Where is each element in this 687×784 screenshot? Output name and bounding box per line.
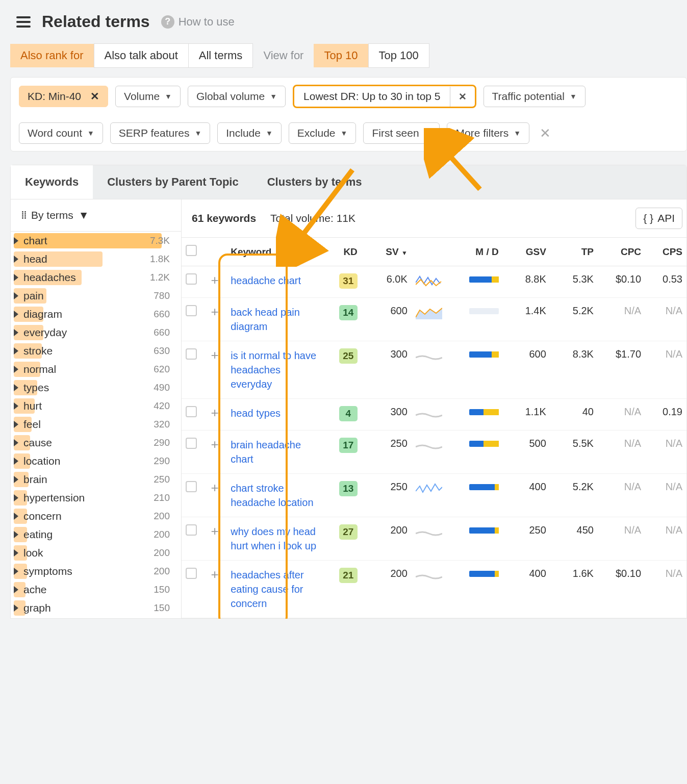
sv-value: 250: [362, 474, 412, 517]
row-checkbox[interactable]: [186, 481, 197, 492]
term-label: concern: [23, 510, 62, 522]
close-icon[interactable]: ✕: [86, 90, 99, 103]
add-icon[interactable]: +: [208, 481, 221, 494]
row-checkbox[interactable]: [186, 305, 197, 316]
gsv-value: 8.8K: [503, 266, 550, 298]
filter-lowest-dr[interactable]: Lowest DR: Up to 30 in top 5 ✕: [293, 85, 476, 108]
sidebar-term-item[interactable]: head1.8K: [11, 250, 181, 268]
term-label: pain: [23, 290, 44, 302]
add-icon[interactable]: +: [208, 438, 221, 451]
tab-all-terms[interactable]: All terms: [189, 43, 253, 68]
add-icon[interactable]: +: [208, 305, 221, 318]
md-bar: [469, 308, 499, 314]
keyword-link[interactable]: back head pain diagram: [231, 307, 300, 332]
term-label: ache: [23, 584, 47, 596]
sidebar-term-item[interactable]: eating200: [11, 525, 181, 544]
sidebar-term-item[interactable]: diagram660: [11, 305, 181, 323]
close-icon[interactable]: ✕: [450, 87, 475, 107]
subtab-keywords[interactable]: Keywords: [11, 165, 93, 199]
add-icon[interactable]: +: [208, 348, 221, 362]
tp-value: 5.2K: [550, 298, 598, 341]
clear-filters-icon[interactable]: ✕: [537, 125, 554, 141]
sidebar-term-item[interactable]: chart7.3K: [11, 232, 181, 250]
col-sv[interactable]: SV ▼: [362, 238, 412, 266]
sidebar-term-item[interactable]: ache150: [11, 580, 181, 599]
subtab-clusters-terms[interactable]: Clusters by terms: [253, 165, 376, 199]
row-checkbox[interactable]: [186, 273, 197, 285]
sidebar-term-item[interactable]: location290: [11, 452, 181, 470]
keyword-link[interactable]: headaches after eating cause for concern: [231, 569, 303, 609]
row-checkbox[interactable]: [186, 406, 197, 417]
filter-volume[interactable]: Volume ▼: [115, 86, 181, 107]
add-icon[interactable]: +: [208, 568, 221, 581]
sidebar-term-item[interactable]: normal620: [11, 360, 181, 378]
keyword-link[interactable]: chart stroke headache location: [231, 483, 313, 508]
sidebar-term-item[interactable]: brain250: [11, 470, 181, 489]
sidebar-term-item[interactable]: graph150: [11, 599, 181, 617]
col-gsv[interactable]: GSV: [503, 238, 550, 266]
keyword-link[interactable]: brain headache chart: [231, 439, 301, 465]
keyword-link[interactable]: is it normal to have headaches everyday: [231, 350, 316, 390]
sparkline-icon: [412, 517, 455, 561]
add-icon[interactable]: +: [208, 273, 221, 287]
chevron-right-icon: [14, 604, 18, 612]
chevron-right-icon: [14, 476, 18, 483]
tab-also-rank-for[interactable]: Also rank for: [10, 44, 94, 67]
filter-more-filters[interactable]: More filters ▼: [447, 122, 529, 144]
row-checkbox[interactable]: [186, 438, 197, 449]
cpc-value: $1.70: [598, 341, 645, 399]
table-row: +why does my head hurt when i look up272…: [182, 517, 686, 561]
sidebar-term-item[interactable]: pain780: [11, 287, 181, 305]
sidebar-term-item[interactable]: types490: [11, 378, 181, 397]
sidebar-term-item[interactable]: look200: [11, 544, 181, 562]
filter-include-label: Include: [226, 127, 261, 139]
tab-also-talk-about[interactable]: Also talk about: [94, 43, 189, 68]
filter-traffic-potential[interactable]: Traffic potential ▼: [484, 86, 586, 107]
filter-exclude[interactable]: Exclude ▼: [289, 122, 357, 144]
how-to-use-link[interactable]: ? How to use: [161, 15, 235, 29]
help-icon: ?: [161, 15, 174, 29]
term-label: everyday: [23, 326, 67, 339]
row-checkbox[interactable]: [186, 524, 197, 536]
chevron-right-icon: [14, 347, 18, 355]
col-keyword[interactable]: Keyword: [226, 238, 326, 266]
term-label: diagram: [23, 308, 62, 320]
keyword-link[interactable]: head types: [231, 408, 281, 419]
sidebar-term-item[interactable]: cause290: [11, 434, 181, 452]
sidebar-term-item[interactable]: hurt420: [11, 397, 181, 415]
sidebar-term-item[interactable]: headaches1.2K: [11, 268, 181, 287]
sidebar-term-item[interactable]: hypertension210: [11, 489, 181, 507]
add-icon[interactable]: +: [208, 524, 221, 538]
keyword-link[interactable]: headache chart: [231, 275, 301, 286]
sidebar-term-item[interactable]: symptoms200: [11, 562, 181, 580]
add-icon[interactable]: +: [208, 406, 221, 419]
col-md[interactable]: M / D: [455, 238, 503, 266]
term-count: 660: [154, 327, 170, 338]
sidebar-term-item[interactable]: feel320: [11, 415, 181, 434]
keyword-link[interactable]: why does my head hurt when i look up: [231, 526, 316, 551]
sidebar-term-item[interactable]: stroke630: [11, 342, 181, 360]
filter-include[interactable]: Include ▼: [217, 122, 282, 144]
filter-global-volume[interactable]: Global volume ▼: [188, 86, 286, 107]
keyword-count: 61 keywords: [192, 212, 256, 224]
sidebar-term-item[interactable]: concern200: [11, 507, 181, 525]
col-kd[interactable]: KD: [326, 238, 362, 266]
sidebar-term-item[interactable]: everyday660: [11, 323, 181, 342]
filter-word-count[interactable]: Word count ▼: [19, 122, 103, 144]
filter-kd[interactable]: KD: Min-40 ✕: [19, 86, 108, 107]
menu-icon[interactable]: [16, 16, 31, 28]
col-tp[interactable]: TP: [550, 238, 598, 266]
row-checkbox[interactable]: [186, 348, 197, 360]
col-cps[interactable]: CPS: [645, 238, 686, 266]
tab-top-100[interactable]: Top 100: [368, 43, 429, 68]
tab-top-10[interactable]: Top 10: [314, 44, 368, 67]
filter-serp-features[interactable]: SERP features ▼: [110, 122, 210, 144]
api-button[interactable]: { } API: [635, 208, 682, 229]
filter-first-seen[interactable]: First seen ▼: [363, 122, 440, 144]
term-count: 1.2K: [150, 272, 170, 283]
subtab-clusters-parent[interactable]: Clusters by Parent Topic: [93, 165, 253, 199]
col-cpc[interactable]: CPC: [598, 238, 645, 266]
row-checkbox[interactable]: [186, 568, 197, 579]
select-all-checkbox[interactable]: [186, 245, 197, 256]
by-terms-dropdown[interactable]: ⁞⁞ By terms ▼: [11, 199, 181, 232]
